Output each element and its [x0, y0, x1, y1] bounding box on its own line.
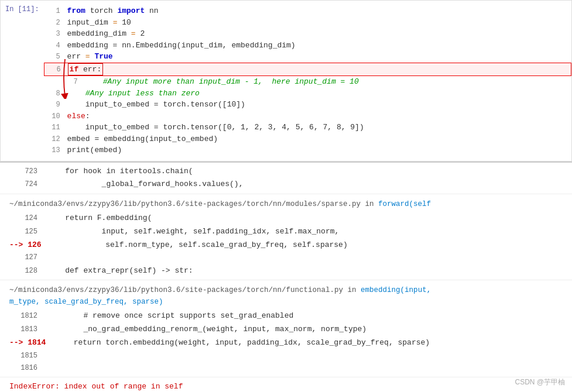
tb-line-724: 724 _global_forward_hooks.values(), — [0, 178, 572, 191]
error-message: IndexError: index out of range in self — [0, 377, 572, 392]
tb-line-124: 124 return F.embedding( — [0, 212, 572, 225]
cell-label: In [11]: — [1, 3, 44, 13]
code-line-4: 4 embedding = nn.Embedding(input_dim, em… — [44, 40, 571, 51]
traceback-area: 723 for hook in itertools.chain( 724 _gl… — [0, 161, 572, 393]
code-line-5: 5 err = True — [44, 51, 571, 63]
tb-line-1816: 1816 — [0, 362, 572, 374]
code-area: 1 from torch import nn 2 input_dim = 10 … — [44, 3, 571, 159]
code-line-10: 10 else: — [44, 111, 571, 122]
tb-line-1814: --> 1814 return torch.embedding(weight, … — [0, 336, 572, 350]
code-line-2: 2 input_dim = 10 — [44, 17, 571, 29]
code-line-6: 6 if err: — [44, 63, 571, 77]
code-line-7: 7 #Any input more than input_dim - 1, he… — [44, 76, 571, 88]
code-line-8: 8 #Any input less than zero — [44, 88, 571, 99]
tb-section-2: ~/miniconda3/envs/zzypy36/lib/python3.6/… — [0, 194, 572, 280]
tb-section-1: 723 for hook in itertools.chain( 724 _gl… — [0, 163, 572, 195]
code-line-1: 1 from torch import nn — [44, 5, 571, 17]
tb-line-128: 128 def extra_repr(self) -> str: — [0, 264, 572, 278]
tb-line-1815: 1815 — [0, 350, 572, 362]
tb-filepath-functional: ~/miniconda3/envs/zzypy36/lib/python3.6/… — [0, 283, 572, 298]
tb-filepath-sparse: ~/miniconda3/envs/zzypy36/lib/python3.6/… — [0, 197, 572, 212]
code-line-3: 3 embedding_dim = 2 — [44, 28, 571, 40]
tb-filepath-functional-2: m_type, scale_grad_by_freq, sparse) — [0, 298, 572, 310]
tb-line-1812: 1812 # remove once script supports set_g… — [0, 310, 572, 323]
tb-line-125: 125 input, self.weight, self.padding_idx… — [0, 225, 572, 239]
code-line-11: 11 input_to_embed = torch.tensor([0, 1, … — [44, 122, 571, 133]
tb-line-127: 127 — [0, 252, 572, 264]
cell-header: In [11]: 1 from torch import nn 2 input_… — [1, 1, 571, 161]
watermark: CSDN @芋甲柚 — [515, 377, 565, 387]
tb-line-723: 723 for hook in itertools.chain( — [0, 165, 572, 178]
code-line-13: 13 print(embed) — [44, 145, 571, 156]
code-line-9: 9 input_to_embed = torch.tensor([10]) — [44, 99, 571, 111]
code-line-12: 12 embed = embedding(input_to_embed) — [44, 133, 571, 145]
notebook-cell: In [11]: 1 from torch import nn 2 input_… — [0, 0, 572, 161]
tb-section-3: ~/miniconda3/envs/zzypy36/lib/python3.6/… — [0, 280, 572, 377]
tb-line-126: --> 126 self.norm_type, self.scale_grad_… — [0, 239, 572, 252]
tb-line-1813: 1813 _no_grad_embedding_renorm_(weight, … — [0, 323, 572, 336]
